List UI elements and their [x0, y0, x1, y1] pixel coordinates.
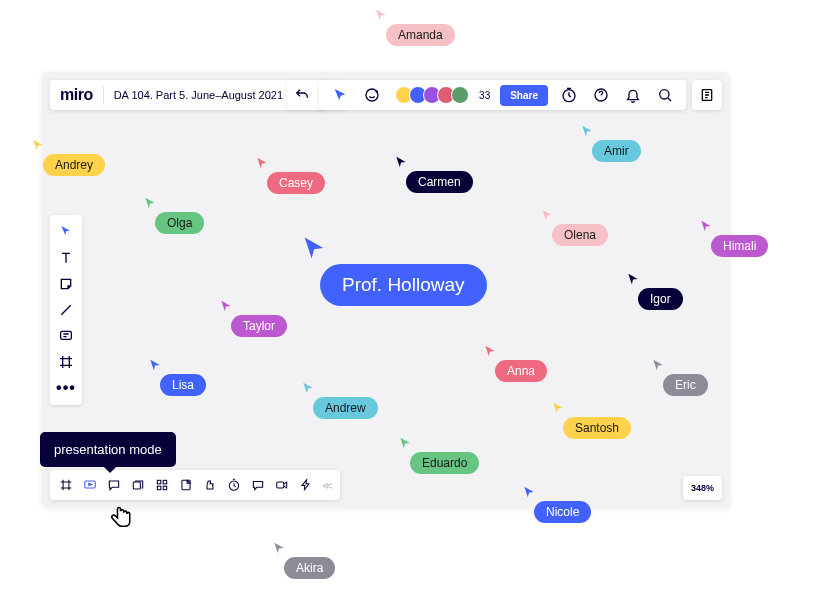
svg-rect-7 — [157, 480, 161, 484]
timer-tool-icon[interactable] — [222, 470, 246, 500]
text-tool-icon[interactable] — [50, 245, 82, 271]
video-icon[interactable] — [270, 470, 294, 500]
avatar — [451, 86, 469, 104]
cursor-label: Himali — [711, 235, 768, 257]
cursor-label: Amir — [592, 140, 641, 162]
cursor-label: Olga — [155, 212, 204, 234]
cursor-label: Lisa — [160, 374, 206, 396]
cursor-lisa: Lisa — [148, 358, 206, 396]
timer-icon[interactable] — [554, 80, 584, 110]
bell-icon[interactable] — [618, 80, 648, 110]
cursor-label: Anna — [495, 360, 547, 382]
hand-cursor-icon — [107, 503, 135, 535]
cursor-igor: Igor — [626, 272, 683, 310]
svg-rect-4 — [61, 331, 72, 339]
app-icon[interactable] — [150, 470, 174, 500]
board-title[interactable]: DA 104. Part 5. June–August 2021 — [104, 89, 293, 101]
cursor-eric: Eric — [651, 358, 708, 396]
cursor-carmen: Carmen — [394, 155, 473, 193]
svg-rect-9 — [157, 486, 161, 490]
cursor-label: Olena — [552, 224, 608, 246]
zoom-level[interactable]: 348% — [683, 476, 722, 500]
comment-tool-icon[interactable] — [50, 323, 82, 349]
board-settings-icon[interactable] — [692, 80, 722, 110]
cursor-professor: Prof. Holloway — [300, 234, 487, 306]
cursor-akira: Akira — [272, 541, 335, 579]
comments-icon[interactable] — [102, 470, 126, 500]
svg-point-2 — [660, 90, 669, 99]
reactions-icon[interactable] — [357, 80, 387, 110]
select-tool-icon[interactable] — [50, 219, 82, 245]
more-tools-icon[interactable]: ••• — [50, 375, 82, 401]
tooltip-presentation-mode: presentation mode — [40, 432, 176, 467]
cursor-olga: Olga — [143, 196, 204, 234]
bolt-icon[interactable] — [294, 470, 318, 500]
side-toolbar: ••• — [50, 215, 82, 405]
cursor-label: Nicole — [534, 501, 591, 523]
cursor-andrew: Andrew — [301, 381, 378, 419]
cursor-label: Prof. Holloway — [320, 264, 487, 306]
help-icon[interactable] — [586, 80, 616, 110]
logo: miro — [50, 86, 103, 104]
cursor-label: Santosh — [563, 417, 631, 439]
cards-icon[interactable] — [126, 470, 150, 500]
frame-tool-icon[interactable] — [50, 349, 82, 375]
cursor-olena: Olena — [540, 208, 608, 246]
collapse-icon[interactable]: ≪ — [318, 480, 336, 491]
share-button[interactable]: Share — [500, 85, 548, 106]
undo-icon[interactable] — [287, 80, 317, 110]
cursor-nicole: Nicole — [522, 485, 591, 523]
svg-rect-6 — [133, 482, 140, 489]
cursor-andrey: Andrey — [31, 138, 105, 176]
cursor-label: Igor — [638, 288, 683, 310]
present-icon[interactable] — [78, 470, 102, 500]
search-icon[interactable] — [650, 80, 680, 110]
cursor-amanda: Amanda — [374, 8, 455, 46]
participant-avatars[interactable] — [389, 86, 475, 104]
participant-count: 33 — [477, 90, 494, 101]
cursor-casey: Casey — [255, 156, 325, 194]
cursor-label: Eric — [663, 374, 708, 396]
cursor-label: Carmen — [406, 171, 473, 193]
note-icon[interactable] — [174, 470, 198, 500]
cursor-label: Amanda — [386, 24, 455, 46]
cursor-taylor: Taylor — [219, 299, 287, 337]
cursor-label: Taylor — [231, 315, 287, 337]
vote-icon[interactable] — [198, 470, 222, 500]
cursor-label: Casey — [267, 172, 325, 194]
chat-icon[interactable] — [246, 470, 270, 500]
svg-rect-8 — [163, 480, 167, 484]
cursor-label: Andrey — [43, 154, 105, 176]
cursor-label: Andrew — [313, 397, 378, 419]
cursor-himali: Himali — [699, 219, 768, 257]
svg-rect-13 — [277, 482, 284, 488]
cursor-icon[interactable] — [325, 80, 355, 110]
frames-panel-icon[interactable] — [54, 470, 78, 500]
topbar-right: 33 Share — [319, 80, 686, 110]
cursor-label: Akira — [284, 557, 335, 579]
cursor-anna: Anna — [483, 344, 547, 382]
line-tool-icon[interactable] — [50, 297, 82, 323]
cursor-amir: Amir — [580, 124, 641, 162]
cursor-eduardo: Eduardo — [398, 436, 479, 474]
sticky-tool-icon[interactable] — [50, 271, 82, 297]
cursor-label: Eduardo — [410, 452, 479, 474]
bottom-toolbar: ≪ — [50, 470, 340, 500]
cursor-santosh: Santosh — [551, 401, 631, 439]
topbar-left: miro DA 104. Part 5. June–August 2021 — [50, 80, 324, 110]
svg-rect-10 — [163, 486, 167, 490]
